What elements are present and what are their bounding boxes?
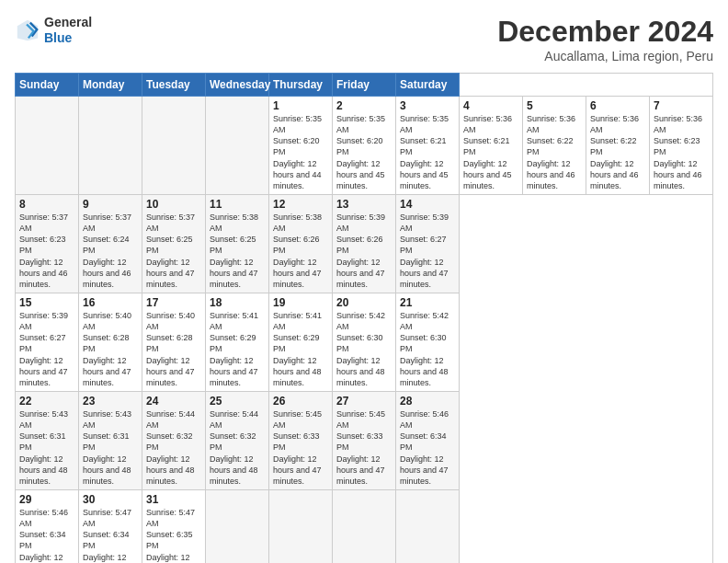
subtitle: Aucallama, Lima region, Peru [497, 49, 713, 63]
day-number: 18 [210, 296, 265, 309]
day-info: Sunrise: 5:35 AM Sunset: 6:21 PM Dayligh… [400, 113, 455, 191]
day-number: 5 [527, 99, 582, 112]
day-info: Sunrise: 5:41 AM Sunset: 6:29 PM Dayligh… [273, 310, 328, 388]
calendar-cell: 20 Sunrise: 5:42 AM Sunset: 6:30 PM Dayl… [333, 293, 396, 391]
calendar-cell: 22 Sunrise: 5:43 AM Sunset: 6:31 PM Dayl… [16, 391, 79, 489]
calendar-cell: 15 Sunrise: 5:39 AM Sunset: 6:27 PM Dayl… [16, 293, 79, 391]
day-number: 20 [336, 296, 392, 309]
day-number: 13 [336, 198, 392, 211]
calendar-week-3: 15 Sunrise: 5:39 AM Sunset: 6:27 PM Dayl… [16, 293, 713, 391]
day-info: Sunrise: 5:39 AM Sunset: 6:26 PM Dayligh… [336, 212, 392, 290]
header: General Blue December 2024 Aucallama, Li… [15, 15, 713, 63]
day-number: 10 [146, 198, 201, 211]
day-info: Sunrise: 5:44 AM Sunset: 6:32 PM Dayligh… [210, 408, 265, 487]
calendar-cell: 11 Sunrise: 5:38 AM Sunset: 6:25 PM Dayl… [206, 194, 269, 293]
day-info: Sunrise: 5:40 AM Sunset: 6:28 PM Dayligh… [83, 310, 138, 388]
day-number: 26 [273, 395, 328, 408]
day-info: Sunrise: 5:39 AM Sunset: 6:27 PM Dayligh… [19, 310, 74, 388]
calendar-header-sunday: Sunday [16, 74, 79, 97]
main-title: December 2024 [497, 15, 713, 49]
calendar-header-wednesday: Wednesday [206, 74, 269, 97]
calendar-cell: 26 Sunrise: 5:45 AM Sunset: 6:33 PM Dayl… [269, 391, 333, 489]
calendar-cell: 2 Sunrise: 5:35 AM Sunset: 6:20 PM Dayli… [333, 97, 396, 195]
logo-icon [15, 17, 40, 43]
day-number: 7 [654, 99, 709, 112]
day-info: Sunrise: 5:45 AM Sunset: 6:33 PM Dayligh… [336, 408, 392, 487]
calendar-cell [206, 97, 269, 195]
day-info: Sunrise: 5:36 AM Sunset: 6:22 PM Dayligh… [527, 113, 582, 191]
day-info: Sunrise: 5:45 AM Sunset: 6:33 PM Dayligh… [273, 408, 328, 487]
day-info: Sunrise: 5:43 AM Sunset: 6:31 PM Dayligh… [83, 408, 138, 487]
day-info: Sunrise: 5:44 AM Sunset: 6:32 PM Dayligh… [146, 408, 201, 487]
day-number: 17 [146, 296, 201, 309]
calendar-cell: 8 Sunrise: 5:37 AM Sunset: 6:23 PM Dayli… [16, 194, 79, 293]
calendar-header-monday: Monday [79, 74, 142, 97]
logo-text: General Blue [44, 15, 92, 46]
calendar-cell: 13 Sunrise: 5:39 AM Sunset: 6:26 PM Dayl… [333, 194, 396, 293]
calendar-header-row: SundayMondayTuesdayWednesdayThursdayFrid… [16, 74, 713, 97]
calendar-cell: 17 Sunrise: 5:40 AM Sunset: 6:28 PM Dayl… [142, 293, 206, 391]
calendar-cell: 16 Sunrise: 5:40 AM Sunset: 6:28 PM Dayl… [79, 293, 142, 391]
calendar-week-2: 8 Sunrise: 5:37 AM Sunset: 6:23 PM Dayli… [16, 194, 713, 293]
day-info: Sunrise: 5:38 AM Sunset: 6:25 PM Dayligh… [210, 212, 265, 290]
day-info: Sunrise: 5:46 AM Sunset: 6:34 PM Dayligh… [400, 408, 455, 487]
logo: General Blue [15, 15, 92, 46]
calendar-cell: 5 Sunrise: 5:36 AM Sunset: 6:22 PM Dayli… [523, 97, 586, 195]
calendar-week-5: 29 Sunrise: 5:46 AM Sunset: 6:34 PM Dayl… [16, 489, 713, 563]
day-info: Sunrise: 5:38 AM Sunset: 6:26 PM Dayligh… [273, 212, 328, 290]
calendar-cell [269, 489, 333, 563]
day-info: Sunrise: 5:36 AM Sunset: 6:21 PM Dayligh… [463, 113, 518, 191]
day-number: 31 [146, 493, 201, 506]
logo-line2: Blue [44, 30, 92, 46]
day-info: Sunrise: 5:46 AM Sunset: 6:34 PM Dayligh… [19, 507, 74, 563]
day-number: 21 [400, 296, 455, 309]
calendar-week-1: 1 Sunrise: 5:35 AM Sunset: 6:20 PM Dayli… [16, 97, 713, 195]
calendar-cell: 10 Sunrise: 5:37 AM Sunset: 6:25 PM Dayl… [142, 194, 206, 293]
calendar-header-thursday: Thursday [269, 74, 333, 97]
page: General Blue December 2024 Aucallama, Li… [0, 0, 728, 563]
day-info: Sunrise: 5:40 AM Sunset: 6:28 PM Dayligh… [146, 310, 201, 388]
calendar-cell: 12 Sunrise: 5:38 AM Sunset: 6:26 PM Dayl… [269, 194, 333, 293]
calendar-cell: 31 Sunrise: 5:47 AM Sunset: 6:35 PM Dayl… [142, 489, 206, 563]
calendar-cell: 27 Sunrise: 5:45 AM Sunset: 6:33 PM Dayl… [333, 391, 396, 489]
day-number: 12 [273, 198, 328, 211]
day-number: 8 [19, 198, 74, 211]
calendar-cell: 1 Sunrise: 5:35 AM Sunset: 6:20 PM Dayli… [269, 97, 333, 195]
day-info: Sunrise: 5:47 AM Sunset: 6:35 PM Dayligh… [146, 507, 201, 563]
calendar-cell: 18 Sunrise: 5:41 AM Sunset: 6:29 PM Dayl… [206, 293, 269, 391]
calendar-cell [16, 97, 79, 195]
calendar-cell: 28 Sunrise: 5:46 AM Sunset: 6:34 PM Dayl… [396, 391, 460, 489]
day-number: 29 [19, 493, 74, 506]
calendar-cell: 19 Sunrise: 5:41 AM Sunset: 6:29 PM Dayl… [269, 293, 333, 391]
calendar-cell [333, 489, 396, 563]
day-number: 3 [400, 99, 455, 112]
day-number: 4 [463, 99, 518, 112]
day-number: 14 [400, 198, 455, 211]
day-info: Sunrise: 5:42 AM Sunset: 6:30 PM Dayligh… [400, 310, 455, 388]
calendar-cell: 29 Sunrise: 5:46 AM Sunset: 6:34 PM Dayl… [16, 489, 79, 563]
day-number: 2 [336, 99, 392, 112]
day-number: 6 [590, 99, 645, 112]
day-number: 30 [83, 493, 138, 506]
calendar-cell: 30 Sunrise: 5:47 AM Sunset: 6:34 PM Dayl… [79, 489, 142, 563]
day-info: Sunrise: 5:42 AM Sunset: 6:30 PM Dayligh… [336, 310, 392, 388]
calendar-table: SundayMondayTuesdayWednesdayThursdayFrid… [15, 73, 713, 563]
calendar-week-4: 22 Sunrise: 5:43 AM Sunset: 6:31 PM Dayl… [16, 391, 713, 489]
day-number: 28 [400, 395, 455, 408]
day-info: Sunrise: 5:39 AM Sunset: 6:27 PM Dayligh… [400, 212, 455, 290]
day-number: 11 [210, 198, 265, 211]
calendar-cell: 9 Sunrise: 5:37 AM Sunset: 6:24 PM Dayli… [79, 194, 142, 293]
calendar-header-tuesday: Tuesday [142, 74, 206, 97]
calendar-cell: 24 Sunrise: 5:44 AM Sunset: 6:32 PM Dayl… [142, 391, 206, 489]
calendar-header-saturday: Saturday [396, 74, 460, 97]
day-info: Sunrise: 5:37 AM Sunset: 6:25 PM Dayligh… [146, 212, 201, 290]
logo-line1: General [44, 15, 92, 30]
day-number: 9 [83, 198, 138, 211]
title-block: December 2024 Aucallama, Lima region, Pe… [497, 15, 713, 63]
day-number: 27 [336, 395, 392, 408]
calendar-cell [206, 489, 269, 563]
day-info: Sunrise: 5:41 AM Sunset: 6:29 PM Dayligh… [210, 310, 265, 388]
day-info: Sunrise: 5:43 AM Sunset: 6:31 PM Dayligh… [19, 408, 74, 487]
calendar-cell: 3 Sunrise: 5:35 AM Sunset: 6:21 PM Dayli… [396, 97, 460, 195]
calendar-cell: 4 Sunrise: 5:36 AM Sunset: 6:21 PM Dayli… [460, 97, 523, 195]
